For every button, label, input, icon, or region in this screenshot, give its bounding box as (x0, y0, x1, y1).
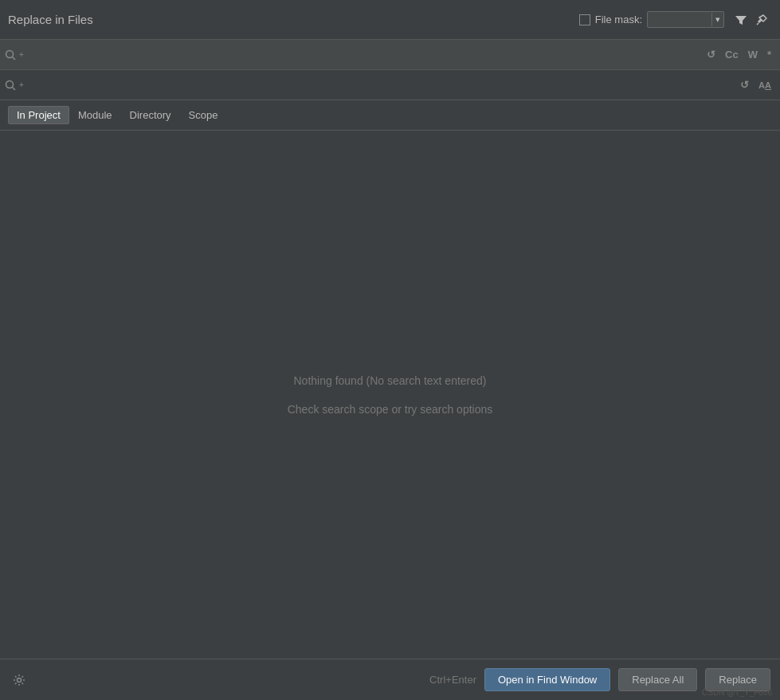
gear-btn[interactable] (10, 670, 29, 690)
search-icon (5, 49, 16, 61)
svg-point-5 (18, 678, 22, 682)
empty-state-line2: Check search scope or try search options (288, 403, 493, 416)
replace-input[interactable] (27, 70, 733, 100)
file-mask-label: File mask: (595, 14, 642, 25)
pin-icon (756, 14, 767, 25)
reset-replace-btn[interactable]: ↺ (736, 76, 753, 93)
replace-icon-label: + (5, 80, 24, 91)
tab-in-project[interactable]: In Project (8, 106, 69, 124)
window-title: Replace in Files (8, 13, 93, 26)
search-input[interactable] (27, 40, 700, 69)
match-case-btn[interactable]: Cc (721, 46, 743, 63)
search-row-actions: ↺ Cc W * (703, 46, 775, 63)
regex-btn[interactable]: * (763, 46, 775, 63)
open-find-window-btn[interactable]: Open in Find Window (484, 668, 610, 691)
replace-row-actions: ↺ AA (736, 76, 775, 93)
file-mask-input-wrap: ▾ (647, 11, 724, 28)
empty-state-line1: Nothing found (No search text entered) (293, 374, 486, 387)
gear-icon (13, 674, 25, 686)
search-row: + ↺ Cc W * (0, 40, 780, 70)
search-plus: + (19, 50, 24, 59)
svg-marker-0 (735, 16, 747, 25)
watermark: CSDN @T_Y_F666 (702, 688, 772, 697)
tab-scope[interactable]: Scope (180, 106, 227, 124)
main-content: Nothing found (No search text entered) C… (0, 131, 780, 659)
header: Replace in Files File mask: ▾ (0, 0, 780, 40)
svg-line-4 (13, 87, 16, 90)
svg-point-1 (6, 50, 14, 57)
replace-row: + ↺ AA (0, 70, 780, 100)
replace-icon (5, 80, 16, 91)
svg-line-2 (13, 57, 16, 60)
file-mask-checkbox[interactable] (579, 14, 590, 25)
filter-icon (735, 14, 747, 25)
replace-plus: + (19, 80, 24, 89)
filter-btn[interactable] (731, 11, 751, 29)
preserve-case-btn[interactable]: AA (755, 78, 775, 92)
tab-directory[interactable]: Directory (121, 106, 180, 124)
bottom-bar: Ctrl+Enter Open in Find Window Replace A… (0, 659, 780, 700)
tabs-row: In Project Module Directory Scope (0, 100, 780, 131)
file-mask-dropdown-btn[interactable]: ▾ (711, 13, 723, 26)
reset-search-btn[interactable]: ↺ (703, 46, 719, 63)
search-icon-label: + (5, 49, 24, 61)
svg-point-3 (6, 80, 14, 88)
tab-module[interactable]: Module (69, 106, 121, 124)
replace-all-btn[interactable]: Replace All (618, 668, 697, 691)
shortcut-label: Ctrl+Enter (429, 674, 476, 686)
whole-word-btn[interactable]: W (744, 46, 762, 63)
file-mask-area: File mask: ▾ (579, 11, 724, 28)
file-mask-input[interactable] (648, 12, 711, 27)
pin-btn[interactable] (751, 11, 772, 29)
